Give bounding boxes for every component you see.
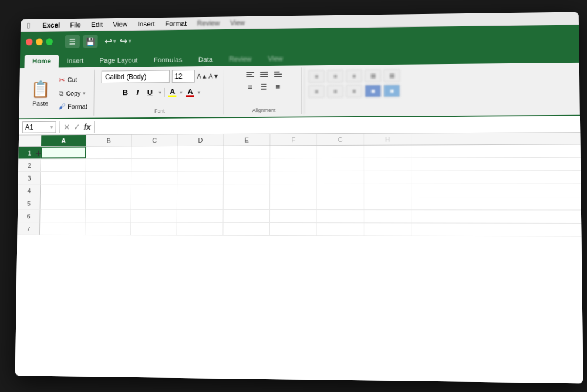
underline-button[interactable]: U xyxy=(144,86,156,99)
cell-e5[interactable] xyxy=(224,197,270,209)
cell-a3[interactable] xyxy=(41,172,86,184)
cell-b6[interactable] xyxy=(86,210,131,222)
row-num-1[interactable]: 1 xyxy=(18,147,41,159)
col-header-e[interactable]: E xyxy=(224,134,270,146)
cell-g3[interactable] xyxy=(317,171,364,184)
row-num-6[interactable]: 6 xyxy=(18,210,41,222)
cell-d2[interactable] xyxy=(177,158,224,171)
italic-button[interactable]: I xyxy=(133,86,142,99)
cell-b2[interactable] xyxy=(86,159,132,171)
tab-page-layout[interactable]: Page Layout xyxy=(92,54,146,67)
cell-f1[interactable] xyxy=(270,146,317,158)
redo-button[interactable]: ↪ xyxy=(120,35,127,46)
cell-d3[interactable] xyxy=(177,171,224,184)
confirm-formula-button[interactable]: ✓ xyxy=(73,122,80,131)
tool-btn-9[interactable]: ■ xyxy=(365,85,381,97)
col-header-a[interactable]: A xyxy=(41,135,86,146)
cell-g7[interactable] xyxy=(317,223,365,235)
tool-btn-2[interactable]: ≡ xyxy=(327,70,343,83)
tab-formulas[interactable]: Formulas xyxy=(146,53,190,67)
tab-view[interactable]: View xyxy=(259,52,291,66)
row-num-7[interactable]: 7 xyxy=(17,222,40,235)
font-increase-button[interactable]: A▲ xyxy=(197,73,208,80)
cell-f2[interactable] xyxy=(270,158,317,171)
menu-review[interactable]: Review xyxy=(197,19,220,27)
tool-btn-10[interactable]: ■ xyxy=(384,85,400,97)
cell-a5[interactable] xyxy=(41,197,86,209)
cell-b1[interactable] xyxy=(86,146,132,158)
tab-review[interactable]: Review xyxy=(221,53,259,66)
close-button[interactable] xyxy=(26,39,33,46)
cell-h2[interactable] xyxy=(364,158,411,171)
cell-c4[interactable] xyxy=(131,184,177,197)
cell-g4[interactable] xyxy=(317,184,364,197)
cell-e1[interactable] xyxy=(224,146,270,158)
cell-b5[interactable] xyxy=(86,197,131,209)
redo-dropdown[interactable]: ▾ xyxy=(129,37,132,45)
align-bottom-button[interactable] xyxy=(272,69,285,80)
col-header-c[interactable]: C xyxy=(132,134,178,146)
sidebar-toggle-button[interactable]: ☰ xyxy=(65,35,80,48)
cell-g6[interactable] xyxy=(317,210,365,222)
cell-b4[interactable] xyxy=(86,184,131,197)
cell-c7[interactable] xyxy=(131,222,177,235)
menu-edit[interactable]: Edit xyxy=(91,21,103,29)
cell-h6[interactable] xyxy=(365,210,412,222)
maximize-button[interactable] xyxy=(46,38,53,45)
cell-h1[interactable] xyxy=(364,146,411,158)
tab-home[interactable]: Home xyxy=(24,55,59,68)
cell-d6[interactable] xyxy=(177,210,224,222)
col-header-g[interactable]: G xyxy=(317,134,364,145)
cell-d1[interactable] xyxy=(177,146,224,158)
highlight-color-button[interactable]: A xyxy=(168,87,177,97)
cell-h4[interactable] xyxy=(364,184,411,197)
menu-format[interactable]: Format xyxy=(165,19,187,28)
copy-button[interactable]: ⧉ Copy ▾ xyxy=(57,88,89,97)
cell-f7[interactable] xyxy=(270,223,317,235)
cell-c1[interactable] xyxy=(131,146,177,158)
tool-btn-6[interactable]: ≡ xyxy=(308,85,325,98)
menu-insert[interactable]: Insert xyxy=(138,20,155,28)
cell-d5[interactable] xyxy=(177,197,224,209)
align-middle-button[interactable] xyxy=(258,69,271,80)
minimize-button[interactable] xyxy=(36,38,43,45)
col-header-d[interactable]: D xyxy=(178,134,224,146)
align-top-button[interactable] xyxy=(244,69,257,80)
formula-input[interactable] xyxy=(98,120,576,130)
cell-c5[interactable] xyxy=(131,197,177,209)
cell-h7[interactable] xyxy=(365,223,412,235)
col-header-b[interactable]: B xyxy=(86,135,132,146)
cell-f3[interactable] xyxy=(270,171,317,184)
cell-f5[interactable] xyxy=(270,197,317,209)
save-button[interactable]: 💾 xyxy=(83,35,97,48)
cell-f4[interactable] xyxy=(270,184,317,197)
underline-arrow[interactable]: ▾ xyxy=(158,89,161,96)
tab-insert[interactable]: Insert xyxy=(59,55,92,68)
cell-c3[interactable] xyxy=(131,171,177,184)
tool-btn-5[interactable]: ⊞ xyxy=(384,69,400,82)
col-header-f[interactable]: F xyxy=(270,134,317,145)
cell-d4[interactable] xyxy=(177,184,224,197)
row-num-2[interactable]: 2 xyxy=(18,159,41,171)
font-name-input[interactable] xyxy=(101,70,170,84)
cell-g5[interactable] xyxy=(317,197,365,209)
font-size-input[interactable] xyxy=(172,70,195,83)
tab-data[interactable]: Data xyxy=(190,53,221,66)
format-painter-button[interactable]: 🖌 Format xyxy=(57,102,89,111)
menu-file[interactable]: File xyxy=(70,21,81,29)
row-num-5[interactable]: 5 xyxy=(18,197,41,209)
align-center-button[interactable]: ☰ xyxy=(258,82,271,92)
cell-f6[interactable] xyxy=(270,210,317,222)
cell-e3[interactable] xyxy=(224,171,270,184)
tool-btn-8[interactable]: ≡ xyxy=(346,85,362,97)
cell-c6[interactable] xyxy=(131,210,177,222)
tool-btn-1[interactable]: ≡ xyxy=(309,70,325,83)
align-right-button[interactable]: ≡ xyxy=(271,81,284,92)
insert-function-button[interactable]: fx xyxy=(84,122,91,131)
cell-h3[interactable] xyxy=(364,171,411,184)
bold-button[interactable]: B xyxy=(119,86,131,99)
menu-excel[interactable]: Excel xyxy=(42,21,60,29)
cell-a4[interactable] xyxy=(41,184,86,197)
cell-g2[interactable] xyxy=(317,158,364,171)
cell-a2[interactable] xyxy=(41,159,86,171)
